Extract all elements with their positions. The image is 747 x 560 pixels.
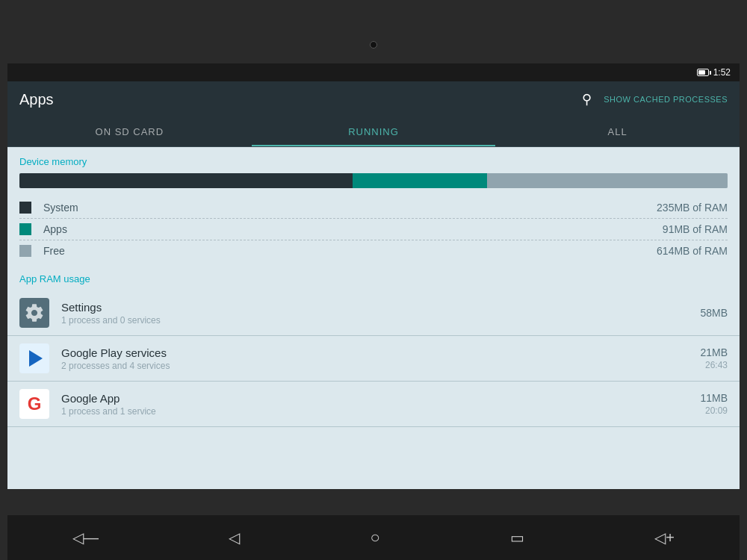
memory-bar <box>19 173 728 188</box>
play-triangle-icon <box>29 350 43 367</box>
device-memory-header: Device memory <box>7 147 740 173</box>
google-g-icon: G <box>28 393 42 414</box>
content-area: Device memory System 235MB of RAM Apps 9… <box>7 147 740 489</box>
app-icon-settings <box>19 298 49 328</box>
legend-label-free: Free <box>43 245 657 257</box>
status-time: 1:52 <box>713 67 731 78</box>
app-time-google: 20:09 <box>700 405 728 416</box>
device-frame: 1:52 Apps ⚲ SHOW CACHED PROCESSES ON SD … <box>0 0 747 560</box>
nav-bar: ◁— ◁ ○ ▭ ◁+ <box>7 515 740 560</box>
app-name-google: Google App <box>61 392 700 405</box>
app-size-google: 11MB <box>700 392 728 404</box>
memory-bar-apps <box>353 173 487 188</box>
legend-label-system: System <box>43 202 657 214</box>
search-icon[interactable]: ⚲ <box>582 91 592 108</box>
action-bar-icons: ⚲ SHOW CACHED PROCESSES <box>582 91 728 108</box>
legend-label-apps: Apps <box>43 223 663 235</box>
legend-free: Free 614MB of RAM <box>19 240 728 261</box>
app-time-play-services: 26:43 <box>700 360 728 370</box>
tab-all[interactable]: ALL <box>495 117 740 146</box>
app-desc-settings: 1 process and 0 services <box>61 315 700 326</box>
app-meta-google: 11MB 20:09 <box>700 392 728 416</box>
legend-value-apps: 91MB of RAM <box>663 223 728 235</box>
memory-bar-system <box>19 173 353 188</box>
app-info-settings: Settings 1 process and 0 services <box>61 301 700 326</box>
home-icon[interactable]: ○ <box>371 528 380 547</box>
legend-color-apps <box>19 223 31 235</box>
app-size-play-services: 21MB <box>700 346 728 358</box>
tab-on-sd-card[interactable]: ON SD CARD <box>7 117 252 146</box>
app-ram-header: App RAM usage <box>7 261 740 290</box>
status-bar: 1:52 <box>7 63 740 81</box>
app-desc-play-services: 2 processes and 4 services <box>61 361 700 371</box>
list-item-play-services[interactable]: Google Play services 2 processes and 4 s… <box>7 336 740 382</box>
legend-system: System 235MB of RAM <box>19 197 728 219</box>
action-bar: Apps ⚲ SHOW CACHED PROCESSES <box>7 81 740 117</box>
legend-color-system <box>19 202 31 214</box>
back-icon[interactable]: ◁ <box>229 529 240 547</box>
recents-icon[interactable]: ▭ <box>510 529 524 547</box>
app-size-settings: 58MB <box>700 307 728 319</box>
legend-color-free <box>19 245 31 257</box>
app-meta-play-services: 21MB 26:43 <box>700 346 728 370</box>
app-info-play-services: Google Play services 2 processes and 4 s… <box>61 346 700 371</box>
app-icon-play-services <box>19 343 49 373</box>
app-meta-settings: 58MB <box>700 307 728 319</box>
app-name-play-services: Google Play services <box>61 346 700 359</box>
volume-up-icon[interactable]: ◁+ <box>654 529 675 547</box>
legend-value-system: 235MB of RAM <box>657 202 728 214</box>
tab-bar: ON SD CARD RUNNING ALL <box>7 117 740 147</box>
memory-legend: System 235MB of RAM Apps 91MB of RAM Fre… <box>7 197 740 261</box>
legend-value-free: 614MB of RAM <box>657 245 728 257</box>
list-item-settings[interactable]: Settings 1 process and 0 services 58MB <box>7 290 740 336</box>
list-item-google-app[interactable]: G Google App 1 process and 1 service 11M… <box>7 382 740 427</box>
app-desc-google: 1 process and 1 service <box>61 406 700 417</box>
page-title: Apps <box>19 91 582 108</box>
app-info-google: Google App 1 process and 1 service <box>61 392 700 417</box>
memory-bar-free <box>487 173 728 188</box>
app-icon-google: G <box>19 389 49 419</box>
volume-down-icon[interactable]: ◁— <box>72 529 99 547</box>
app-name-settings: Settings <box>61 301 700 314</box>
show-cached-button[interactable]: SHOW CACHED PROCESSES <box>604 95 728 104</box>
battery-icon <box>697 69 709 76</box>
screen: 1:52 Apps ⚲ SHOW CACHED PROCESSES ON SD … <box>7 63 740 489</box>
legend-apps: Apps 91MB of RAM <box>19 219 728 240</box>
tab-running[interactable]: RUNNING <box>252 117 496 146</box>
camera-bump <box>370 41 377 49</box>
